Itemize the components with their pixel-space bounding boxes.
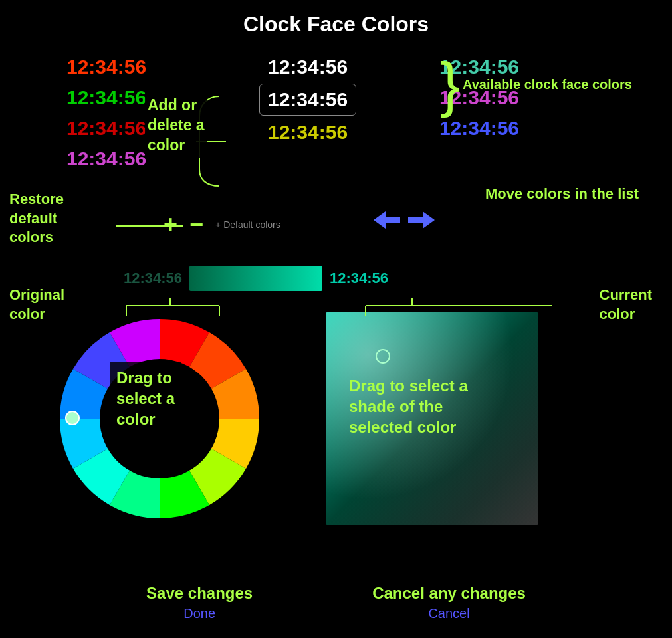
delete-color-button[interactable]: −: [185, 213, 207, 237]
restore-annotation: Restoredefaultcolors: [9, 190, 64, 247]
svg-marker-12: [374, 211, 400, 229]
clock-sample-2[interactable]: 12:34:56: [66, 84, 146, 112]
svg-marker-13: [408, 211, 435, 229]
cancel-section: Cancel any changes Cancel: [372, 583, 526, 621]
shade-drag-label: Drag to select ashade of theselected col…: [349, 375, 468, 438]
move-colors-annotation: Move colors in the list: [485, 185, 639, 204]
wheel-cursor: [65, 411, 80, 425]
cancel-button[interactable]: Cancel: [428, 606, 469, 621]
done-button[interactable]: Done: [183, 606, 215, 621]
current-color-preview-text: 12:34:56: [322, 270, 395, 287]
add-delete-annotation: Add ordelete acolor: [145, 93, 207, 158]
default-colors-label: + Default colors: [215, 219, 280, 230]
clock-sample-1[interactable]: 12:34:56: [66, 53, 146, 81]
arrow-left-icon: [372, 209, 401, 231]
save-section: Save changes Done: [146, 583, 253, 621]
clock-sample-6-selected[interactable]: 12:34:56: [268, 86, 348, 114]
add-color-button[interactable]: +: [160, 213, 181, 237]
page-title: Clock Face Colors: [0, 0, 672, 43]
move-right-button[interactable]: [407, 209, 436, 233]
wheel-drag-label: Drag toselect acolor: [110, 362, 181, 435]
current-color-label: Currentcolor: [600, 286, 652, 324]
available-colors-label: Available clock face colors: [463, 76, 632, 93]
color-gradient-bar[interactable]: [189, 266, 322, 291]
clock-sample-3[interactable]: 12:34:56: [66, 114, 146, 142]
brace-symbol: }: [440, 54, 460, 114]
clock-sample-10[interactable]: 12:34:56: [439, 114, 519, 142]
cancel-annotation: Cancel any changes: [372, 583, 526, 603]
move-left-button[interactable]: [372, 209, 401, 233]
original-color-preview-text: 12:34:56: [116, 270, 189, 287]
save-annotation: Save changes: [146, 583, 253, 603]
shade-cursor: [376, 349, 390, 364]
arrow-right-icon: [407, 209, 436, 231]
color-wheel[interactable]: Drag toselect acolor: [53, 312, 279, 538]
clock-sample-7[interactable]: 12:34:56: [268, 118, 348, 146]
clock-sample-5: 12:34:56: [268, 53, 348, 81]
clock-sample-4[interactable]: 12:34:56: [66, 145, 146, 173]
